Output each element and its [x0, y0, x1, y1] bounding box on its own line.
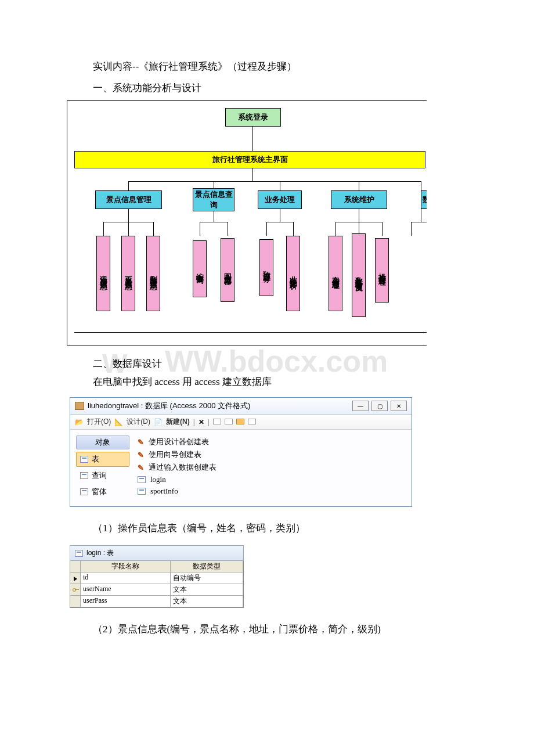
view-icon-3[interactable]: [236, 418, 244, 426]
leaf-3: 综合查询: [193, 240, 207, 297]
table-row[interactable]: userPass 文本: [70, 596, 243, 607]
main-item-login[interactable]: login: [138, 474, 402, 485]
table-row[interactable]: userName 文本: [70, 584, 243, 596]
connector: [128, 209, 129, 222]
access-toolbar: 📂 打开(O) 📐 设计(D) 📄 新建(N) | ✕ |: [70, 415, 412, 430]
toolbar-new-icon[interactable]: 📄: [154, 418, 163, 426]
login-table-title-text: login : 表: [86, 548, 114, 558]
delete-icon[interactable]: ✕: [199, 418, 204, 426]
view-icon-1[interactable]: [213, 418, 221, 426]
diagram-l2-3: 系统维护: [331, 190, 387, 209]
data-type-cell[interactable]: 文本: [171, 596, 243, 607]
connector: [153, 222, 154, 236]
toolbar-new[interactable]: 新建(N): [166, 417, 190, 427]
access-titlebar: liuhedongtravel : 数据库 (Access 2000 文件格式)…: [70, 398, 412, 415]
table-icon: [75, 550, 83, 557]
row-selector: [70, 584, 81, 596]
main-item-label: 使用设计器创建表: [149, 437, 209, 447]
main-item-label: sportInfo: [150, 487, 178, 496]
main-item-wizard[interactable]: ✎使用向导创建表: [138, 448, 402, 461]
leaf-5: 预订业务: [259, 239, 273, 296]
table-icon: [80, 456, 88, 463]
maximize-btn[interactable]: ▢: [371, 401, 388, 411]
diagram-node-main: 旅行社管理系统主界面: [74, 151, 425, 168]
connector: [103, 222, 104, 236]
connector: [266, 222, 267, 236]
window-controls: — ▢ ✕: [352, 401, 407, 411]
table2-caption: （2）景点信息表(编号，景点名称，地址，门票价格，简介，级别): [93, 622, 476, 636]
training-title: 实训内容--《旅行社管理系统》（过程及步骤）: [93, 58, 476, 76]
main-item-label: 使用向导创建表: [149, 449, 201, 460]
connector: [214, 211, 214, 222]
diagram-node-login: 系统登录: [225, 108, 281, 127]
row-selector-head: [70, 561, 81, 573]
field-name-cell[interactable]: userPass: [81, 596, 171, 607]
field-name-cell[interactable]: id: [81, 573, 171, 584]
main-item-sportinfo[interactable]: sportInfo: [138, 485, 402, 497]
leaf-9: 操作员管理: [375, 238, 389, 303]
diagram-l2-0: 景点信息管理: [95, 190, 162, 209]
access-sidebar: 对象 表 查询 窗体: [74, 433, 132, 503]
table-row[interactable]: id 自动编号: [70, 573, 243, 584]
access-window-title: liuhedongtravel : 数据库 (Access 2000 文件格式): [88, 401, 250, 411]
main-item-input[interactable]: ✎通过输入数据创建表: [138, 461, 402, 474]
current-row-icon: [73, 575, 78, 581]
connector: [359, 181, 359, 190]
connector: [335, 222, 336, 236]
leaf-6: 业务统计分析: [286, 236, 300, 311]
connector: [228, 222, 228, 236]
row-selector: [70, 596, 81, 607]
login-table-title: login : 表: [70, 545, 244, 561]
connector: [128, 222, 129, 236]
table-icon: [138, 476, 146, 483]
row-selector: [70, 573, 81, 584]
connector: [280, 209, 280, 222]
leaf-1: 更新景点信息: [121, 236, 135, 311]
data-type-cell[interactable]: 文本: [171, 584, 243, 596]
connector: [421, 209, 421, 222]
leaf-0: 添加景点信息: [96, 236, 110, 311]
sidebar-header: 对象: [76, 435, 129, 449]
connector: [252, 168, 253, 181]
connector: [200, 222, 228, 222]
connector: [280, 181, 280, 190]
form-icon: [80, 488, 88, 495]
connector: [266, 222, 293, 222]
main-item-label: 通过输入数据创建表: [149, 462, 217, 473]
sidebar-item-forms[interactable]: 窗体: [76, 484, 129, 499]
connector: [74, 332, 427, 333]
login-table-window: login : 表 字段名称 数据类型 id 自动编号 userName 文本 …: [70, 545, 244, 608]
table-icon: [138, 488, 146, 495]
toolbar-open[interactable]: 打开(O): [87, 417, 111, 427]
diagram-l2-2: 业务处理: [258, 190, 302, 209]
connector: [421, 181, 421, 190]
connector: [382, 222, 383, 236]
data-type-cell[interactable]: 自动编号: [171, 573, 243, 584]
close-btn[interactable]: ✕: [391, 401, 407, 411]
connector: [293, 222, 294, 236]
toolbar-open-icon[interactable]: 📂: [75, 418, 84, 426]
access-db-window: liuhedongtravel : 数据库 (Access 2000 文件格式)…: [70, 397, 412, 507]
field-name-cell[interactable]: userName: [81, 584, 171, 596]
section-2-body: 在电脑中找到 access 用 access 建立数据库: [93, 375, 476, 388]
sidebar-item-tables[interactable]: 表: [76, 452, 129, 467]
login-table-grid: 字段名称 数据类型 id 自动编号 userName 文本 userPass 文…: [70, 561, 244, 608]
diagram-l2-extra: 数: [421, 190, 427, 209]
connector: [128, 181, 421, 182]
leaf-2: 删除景点信息: [146, 236, 160, 311]
connector: [411, 222, 412, 236]
col-header-type: 数据类型: [171, 561, 243, 573]
section-1-title: 一、系统功能分析与设计: [93, 80, 476, 98]
main-item-label: login: [150, 475, 166, 484]
sidebar-item-queries[interactable]: 查询: [76, 468, 129, 483]
leaf-8: 数据备份与恢复: [352, 233, 366, 317]
system-diagram: 系统登录 旅行社管理系统主界面 景点信息管理 景点信息查询 业务处理 系统维护 …: [67, 100, 427, 345]
toolbar-design-icon[interactable]: 📐: [114, 418, 123, 426]
view-icon-4[interactable]: [248, 418, 256, 426]
sidebar-label: 窗体: [92, 487, 107, 497]
minimize-btn[interactable]: —: [352, 401, 369, 411]
toolbar-design[interactable]: 设计(D): [127, 417, 150, 427]
view-icon-2[interactable]: [225, 418, 233, 426]
connector: [411, 222, 427, 222]
main-item-designer[interactable]: ✎使用设计器创建表: [138, 435, 402, 448]
